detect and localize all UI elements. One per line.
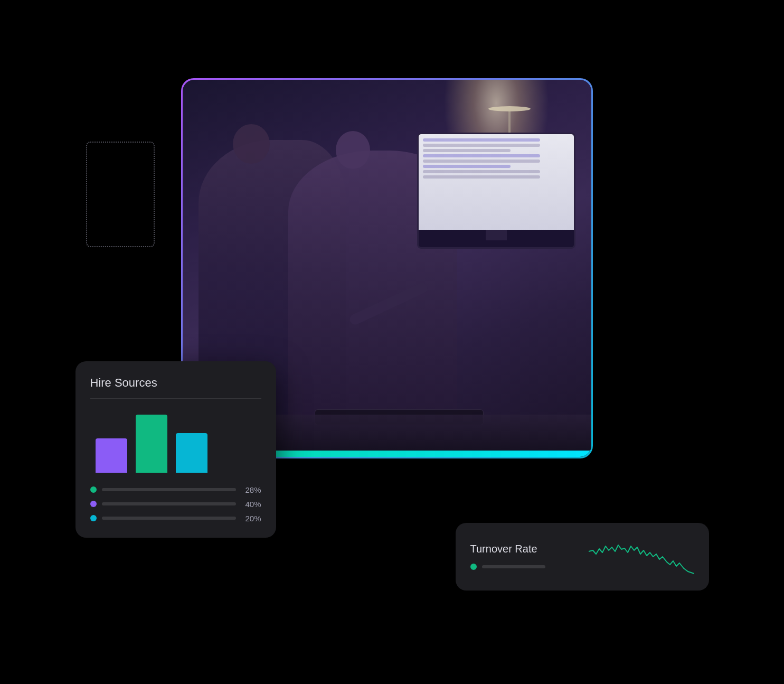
monitor-line (423, 138, 540, 142)
monitor (417, 133, 575, 249)
head-left (233, 124, 270, 164)
bar-green (136, 415, 167, 473)
legend-dot-cyan (90, 515, 97, 521)
scene: Hire Sources 28% 40% 20% (75, 52, 709, 633)
monitor-line (423, 149, 511, 152)
monitor-line (423, 165, 511, 168)
monitor-line (423, 170, 540, 173)
legend-bar (102, 517, 236, 520)
monitor-line (423, 144, 540, 147)
hire-sources-title: Hire Sources (90, 376, 261, 390)
sparkline-svg (589, 536, 694, 578)
legend-bar (102, 502, 236, 505)
head-right (336, 131, 370, 169)
sparkline-chart (589, 536, 694, 578)
legend-pct-green: 28% (241, 485, 261, 494)
turnover-dot-green (470, 564, 477, 570)
turnover-rate-card: Turnover Rate (456, 523, 709, 591)
hire-sources-legend: 28% 40% 20% (90, 485, 261, 523)
turnover-left-section: Turnover Rate (470, 543, 578, 570)
monitor-line (423, 175, 540, 179)
legend-dot-purple (90, 501, 97, 507)
bar-cyan (176, 433, 207, 473)
hire-sources-card: Hire Sources 28% 40% 20% (75, 361, 276, 538)
turnover-bar (482, 565, 545, 568)
hire-sources-bar-chart (90, 409, 261, 473)
turnover-legend (470, 564, 578, 570)
monitor-line (423, 160, 540, 163)
dotted-rect-decoration (86, 142, 155, 247)
monitor-line (423, 154, 540, 157)
legend-pct-cyan: 20% (241, 514, 261, 523)
bar-purple (96, 438, 127, 473)
legend-item-purple: 40% (90, 500, 261, 509)
monitor-screen (419, 134, 574, 230)
card-divider (90, 398, 261, 399)
legend-bar (102, 488, 236, 491)
monitor-stand (486, 230, 507, 240)
legend-dot-green (90, 486, 97, 493)
legend-pct-purple: 40% (241, 500, 261, 509)
legend-item-cyan: 20% (90, 514, 261, 523)
turnover-title: Turnover Rate (470, 543, 578, 555)
legend-item-green: 28% (90, 485, 261, 494)
